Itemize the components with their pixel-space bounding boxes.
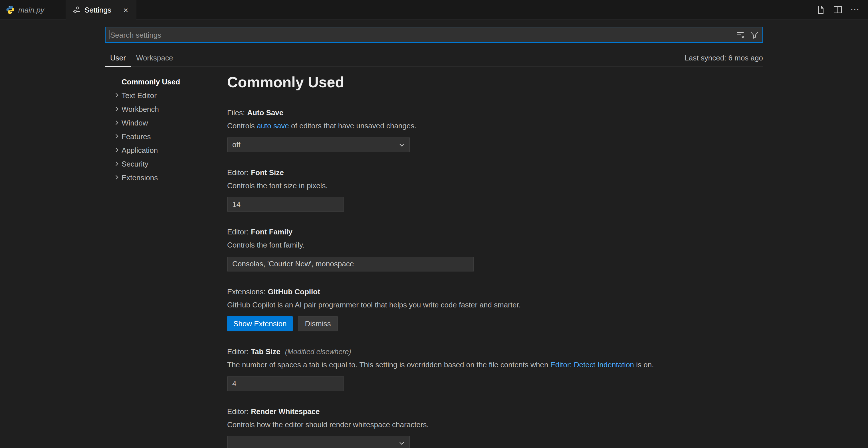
split-editor-icon[interactable]	[833, 5, 842, 14]
setting-title: Editor:Font Family	[227, 228, 804, 236]
python-icon	[6, 5, 15, 14]
show-extension-button[interactable]: Show Extension	[227, 316, 293, 331]
setting-description: GitHub Copilot is an AI pair programmer …	[227, 300, 804, 310]
setting-category: Editor:	[227, 228, 249, 236]
setting-editor-tab-size: Editor:Tab Size(Modified elsewhere) The …	[227, 347, 804, 391]
setting-category: Editor:	[227, 347, 249, 356]
toc-item-application[interactable]: Application	[105, 143, 227, 157]
tab-label: Settings	[85, 5, 111, 14]
desc-text: Controls how the editor should render wh…	[227, 420, 429, 428]
tab-settings[interactable]: Settings ×	[66, 0, 136, 20]
setting-editor-font-size: Editor:Font Size Controls the font size …	[227, 168, 804, 212]
settings-scope-row: User Workspace Last synced: 6 mos ago	[105, 50, 763, 67]
toc-label: Application	[122, 146, 158, 154]
setting-title: Editor:Font Size	[227, 168, 804, 177]
settings-body: Commonly Used Text Editor Workbench Wind…	[105, 67, 868, 448]
toc-label: Workbench	[122, 105, 159, 113]
clear-search-results-icon[interactable]	[736, 30, 745, 39]
close-icon[interactable]: ×	[122, 5, 130, 14]
chevron-right-icon	[113, 132, 122, 141]
setting-name: Font Size	[251, 168, 284, 177]
chevron-right-icon	[113, 104, 122, 114]
setting-description: Controls the font family.	[227, 240, 804, 250]
setting-name: GitHub Copilot	[268, 287, 320, 296]
toc-item-text-editor[interactable]: Text Editor	[105, 88, 227, 102]
text-caret	[110, 30, 110, 39]
auto-save-link[interactable]: auto save	[257, 122, 289, 130]
search-actions	[736, 30, 759, 39]
select-value: off	[232, 140, 240, 149]
toc-label: Security	[122, 159, 148, 168]
desc-text: of editors that have unsaved changes.	[289, 122, 416, 130]
setting-name: Tab Size	[251, 347, 280, 356]
search-input[interactable]	[109, 31, 736, 39]
scope-tabs: User Workspace	[105, 50, 178, 66]
setting-category: Editor:	[227, 168, 249, 177]
setting-editor-font-family: Editor:Font Family Controls the font fam…	[227, 228, 804, 271]
chevron-right-icon	[113, 173, 122, 182]
page-title: Commonly Used	[227, 73, 804, 91]
font-family-input[interactable]	[227, 256, 474, 271]
settings-toc: Commonly Used Text Editor Workbench Wind…	[105, 67, 227, 448]
tab-user[interactable]: User	[105, 50, 131, 67]
toc-label: Commonly Used	[122, 77, 180, 86]
tab-workspace[interactable]: Workspace	[131, 50, 178, 66]
setting-files-auto-save: Files:Auto Save Controls auto save of ed…	[227, 108, 804, 152]
setting-editor-render-whitespace: Editor:Render Whitespace Controls how th…	[227, 407, 804, 448]
toc-item-commonly-used[interactable]: Commonly Used	[105, 75, 227, 88]
setting-title: Editor:Render Whitespace	[227, 407, 804, 415]
render-whitespace-select[interactable]	[227, 436, 410, 448]
desc-text: GitHub Copilot is an AI pair programmer …	[227, 300, 521, 309]
toc-item-features[interactable]: Features	[105, 129, 227, 143]
desc-text: Controls the font family.	[227, 241, 305, 249]
setting-description: Controls auto save of editors that have …	[227, 121, 804, 131]
setting-category: Extensions:	[227, 287, 266, 296]
modified-elsewhere-label: (Modified elsewhere)	[285, 348, 351, 356]
settings-header: User Workspace Last synced: 6 mos ago	[105, 27, 763, 67]
more-actions-icon[interactable]: ⋯	[850, 5, 860, 14]
open-settings-json-icon[interactable]	[816, 5, 825, 14]
setting-extensions-github-copilot: Extensions:GitHub Copilot GitHub Copilot…	[227, 287, 804, 331]
toc-label: Features	[122, 132, 151, 140]
setting-name: Font Family	[251, 228, 292, 236]
dismiss-button[interactable]: Dismiss	[298, 316, 338, 331]
toc-item-security[interactable]: Security	[105, 157, 227, 170]
filter-icon[interactable]	[750, 30, 759, 39]
toc-label: Text Editor	[122, 91, 157, 99]
editor-tab-bar: main.py Settings ×	[0, 0, 868, 20]
toc-item-workbench[interactable]: Workbench	[105, 102, 227, 116]
toc-item-extensions[interactable]: Extensions	[105, 170, 227, 184]
setting-title: Editor:Tab Size(Modified elsewhere)	[227, 347, 804, 356]
toc-label: Extensions	[122, 173, 158, 182]
detect-indentation-link[interactable]: Editor: Detect Indentation	[550, 360, 634, 369]
desc-text: The number of spaces a tab is equal to. …	[227, 360, 550, 369]
chevron-right-icon	[113, 118, 122, 127]
tab-main-py[interactable]: main.py	[0, 0, 66, 20]
setting-category: Files:	[227, 108, 245, 117]
chevron-right-icon	[113, 91, 122, 100]
auto-save-select[interactable]: off	[227, 137, 410, 152]
chevron-down-icon	[397, 439, 406, 448]
chevron-right-icon	[113, 146, 122, 155]
desc-text: is on.	[634, 360, 654, 369]
toc-label: Window	[122, 118, 148, 127]
setting-category: Editor:	[227, 407, 249, 415]
last-synced-label: Last synced: 6 mos ago	[685, 54, 763, 66]
editor-actions: ⋯	[808, 0, 868, 20]
vscode-settings-window: main.py Settings ×	[0, 0, 868, 448]
setting-title: Extensions:GitHub Copilot	[227, 287, 804, 296]
desc-text: Controls	[227, 122, 257, 130]
settings-search-box[interactable]	[105, 27, 763, 43]
font-size-input[interactable]	[227, 197, 344, 212]
setting-description: Controls the font size in pixels.	[227, 181, 804, 191]
setting-name: Render Whitespace	[251, 407, 319, 415]
chevron-right-icon	[113, 159, 122, 168]
setting-description: The number of spaces a tab is equal to. …	[227, 360, 804, 370]
toc-item-window[interactable]: Window	[105, 116, 227, 129]
setting-description: Controls how the editor should render wh…	[227, 419, 804, 429]
chevron-down-icon	[397, 140, 406, 149]
settings-list: Commonly Used Files:Auto Save Controls a…	[227, 67, 804, 448]
tab-size-input[interactable]	[227, 376, 344, 391]
setting-name: Auto Save	[247, 108, 283, 117]
setting-title: Files:Auto Save	[227, 108, 804, 117]
